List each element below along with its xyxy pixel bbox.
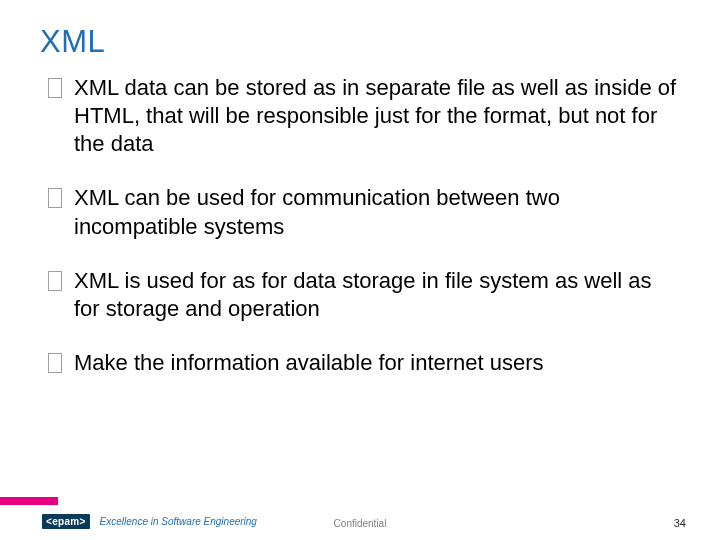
bullet-item: XML can be used for communication betwee…	[48, 184, 680, 240]
bullet-item: XML is used for as for data storage in f…	[48, 267, 680, 323]
slide-body: XML data can be stored as in separate fi…	[0, 74, 720, 377]
accent-bar	[0, 497, 58, 505]
slide-footer: <epam> Excellence in Software Engineerin…	[0, 500, 720, 540]
logo-badge: <epam>	[42, 514, 90, 529]
bullet-list: XML data can be stored as in separate fi…	[48, 74, 680, 377]
confidential-label: Confidential	[334, 518, 387, 529]
bullet-item: XML data can be stored as in separate fi…	[48, 74, 680, 158]
bullet-item: Make the information available for inter…	[48, 349, 680, 377]
logo: <epam> Excellence in Software Engineerin…	[42, 511, 257, 531]
slide-title: XML	[0, 0, 720, 74]
page-number: 34	[674, 517, 686, 529]
tagline-text: Excellence in Software Engineering	[100, 516, 257, 527]
